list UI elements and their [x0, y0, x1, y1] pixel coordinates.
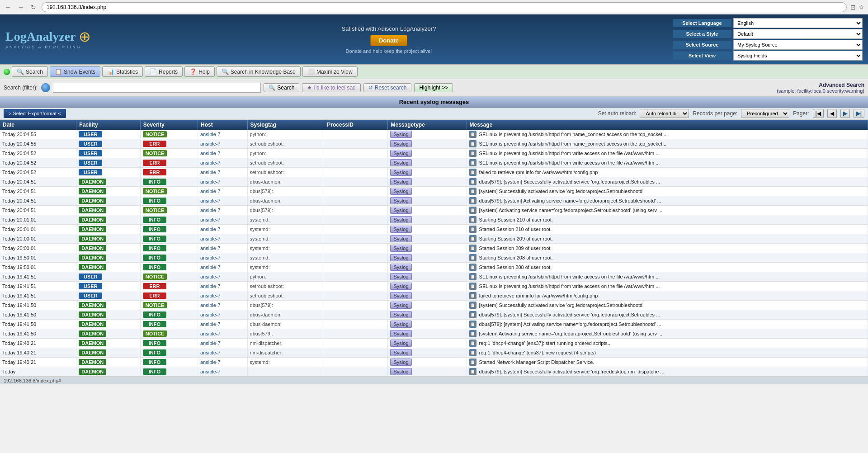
style-label: Select a Style: [673, 30, 731, 38]
message-detail-icon[interactable]: 📋: [469, 330, 476, 337]
col-date[interactable]: Date: [0, 120, 76, 130]
message-detail-icon[interactable]: 📋: [469, 159, 476, 166]
cell-syslogtag: systemd:: [247, 234, 324, 244]
search-button[interactable]: 🔍 Search: [12, 66, 48, 77]
cell-message: 📋 SELinux is preventing /usr/sbin/httpd …: [467, 149, 868, 158]
message-detail-icon[interactable]: 📋: [469, 188, 476, 195]
search-filter-label: Search (filter):: [4, 85, 38, 91]
browser-chrome: ← → ↻ ⊡ ☆: [0, 0, 868, 14]
cell-date: Today 20:00:01: [0, 244, 76, 253]
search-toggle[interactable]: [41, 83, 50, 92]
prev-page-button[interactable]: ◀: [827, 109, 837, 118]
cell-msgtype: Syslog: [388, 225, 467, 234]
last-page-button[interactable]: ▶|: [854, 109, 864, 118]
message-text: [system] Activating service name='org.fe…: [479, 331, 663, 336]
message-text: [system] Successfully activated service …: [479, 302, 644, 308]
table-row: Today 20:04:52 USER NOTICE ansible-7 pyt…: [0, 149, 868, 158]
reset-search-button[interactable]: ↺ Reset search: [363, 83, 412, 92]
cell-msgtype: Syslog: [388, 272, 467, 282]
cell-syslogtag: systemd:: [247, 263, 324, 272]
cell-msgtype: Syslog: [388, 367, 467, 377]
cell-facility: USER: [76, 139, 141, 149]
message-detail-icon[interactable]: 📋: [469, 169, 476, 176]
reload-button[interactable]: ↻: [29, 3, 38, 12]
view-select[interactable]: Syslog Fields: [733, 51, 863, 61]
back-button[interactable]: ←: [4, 3, 13, 12]
search-input[interactable]: [53, 83, 261, 93]
col-messagetype[interactable]: Messagetype: [388, 120, 467, 130]
message-detail-icon[interactable]: 📋: [469, 311, 476, 318]
message-detail-icon[interactable]: 📋: [469, 283, 476, 290]
message-detail-icon[interactable]: 📋: [469, 216, 476, 223]
help-button[interactable]: ❓ Help: [184, 66, 215, 77]
forward-button[interactable]: →: [16, 3, 25, 12]
message-detail-icon[interactable]: 📋: [469, 321, 476, 328]
style-select[interactable]: Default: [733, 29, 863, 39]
source-select[interactable]: My Syslog Source: [733, 40, 863, 50]
first-page-button[interactable]: |◀: [813, 109, 824, 118]
message-detail-icon[interactable]: 📋: [469, 302, 476, 309]
message-detail-icon[interactable]: 📋: [469, 235, 476, 242]
statistics-button[interactable]: 📊 Statistics: [102, 66, 143, 77]
col-host[interactable]: Host: [198, 120, 247, 130]
message-detail-icon[interactable]: 📋: [469, 359, 476, 366]
message-detail-icon[interactable]: 📋: [469, 273, 476, 280]
message-detail-icon[interactable]: 📋: [469, 197, 476, 204]
message-text: Starting Session 209 of user root.: [479, 236, 553, 241]
message-detail-icon[interactable]: 📋: [469, 254, 476, 261]
records-per-page-select[interactable]: Preconfigured: [741, 109, 789, 118]
feel-sad-button[interactable]: ★ I'd like to feel sad: [302, 83, 360, 92]
controls-bar: > Select Exportformat < Set auto reload:…: [0, 108, 868, 120]
url-bar[interactable]: [42, 2, 847, 12]
message-detail-icon[interactable]: 📋: [469, 245, 476, 252]
message-detail-icon[interactable]: 📋: [469, 264, 476, 271]
cell-facility: DAEMON: [76, 367, 141, 377]
cell-severity: ERR: [140, 282, 198, 291]
language-select[interactable]: English: [733, 18, 863, 28]
message-detail-icon[interactable]: 📋: [469, 226, 476, 233]
cell-msgtype: Syslog: [388, 253, 467, 263]
reports-button[interactable]: 📄 Reports: [145, 66, 183, 77]
cell-facility: USER: [76, 291, 141, 301]
col-severity[interactable]: Severity: [140, 120, 198, 130]
col-processid[interactable]: ProcessID: [324, 120, 388, 130]
status-indicator: [4, 69, 10, 75]
cell-host: ansible-7: [198, 225, 247, 234]
message-detail-icon[interactable]: 📋: [469, 368, 476, 375]
message-detail-icon[interactable]: 📋: [469, 349, 476, 356]
message-text: dbus[579]: [system] Successfully activat…: [479, 312, 660, 317]
message-text: SELinux is preventing /usr/sbin/httpd fr…: [479, 132, 668, 137]
table-row: Today 19:41:50 DAEMON NOTICE ansible-7 d…: [0, 301, 868, 310]
message-detail-icon[interactable]: 📋: [469, 292, 476, 299]
col-message[interactable]: Message: [467, 120, 868, 130]
message-detail-icon[interactable]: 📋: [469, 178, 476, 185]
search-icon: 🔍: [17, 68, 24, 75]
next-page-button[interactable]: ▶: [840, 109, 850, 118]
content-title-bar: Recent syslog messages: [0, 97, 868, 108]
message-detail-icon[interactable]: 📋: [469, 207, 476, 214]
show-events-icon: 📋: [55, 68, 62, 75]
cell-msgtype: Syslog: [388, 149, 467, 158]
cast-icon[interactable]: ⊡: [850, 4, 856, 11]
message-text: Starting Session 208 of user root.: [479, 255, 553, 260]
message-detail-icon[interactable]: 📋: [469, 131, 476, 138]
table-row: Today DAEMON INFO ansible-7 Syslog 📋 dbu…: [0, 367, 868, 377]
cell-severity: INFO: [140, 253, 198, 263]
maximize-button[interactable]: ⬜ Maximize View: [302, 66, 358, 77]
show-events-button[interactable]: 📋 Show Events: [50, 66, 100, 77]
message-detail-icon[interactable]: 📋: [469, 340, 476, 347]
search-go-button[interactable]: 🔍 Search: [264, 83, 299, 92]
message-detail-icon[interactable]: 📋: [469, 150, 476, 157]
cell-facility: DAEMON: [76, 187, 141, 196]
col-facility[interactable]: Facility: [76, 120, 141, 130]
col-syslogtag[interactable]: Syslogtag: [247, 120, 324, 130]
export-button[interactable]: > Select Exportformat <: [4, 109, 66, 118]
donate-button[interactable]: Donate: [370, 35, 407, 46]
cell-severity: INFO: [140, 339, 198, 348]
kb-search-button[interactable]: 🔍 Search in Knowledge Base: [217, 66, 301, 77]
auto-reload-select[interactable]: Auto reload di:: [640, 109, 689, 118]
message-detail-icon[interactable]: 📋: [469, 140, 476, 147]
cell-host: ansible-7: [198, 215, 247, 225]
bookmark-icon[interactable]: ☆: [859, 4, 864, 11]
highlight-button[interactable]: Highlight >>: [414, 83, 453, 92]
